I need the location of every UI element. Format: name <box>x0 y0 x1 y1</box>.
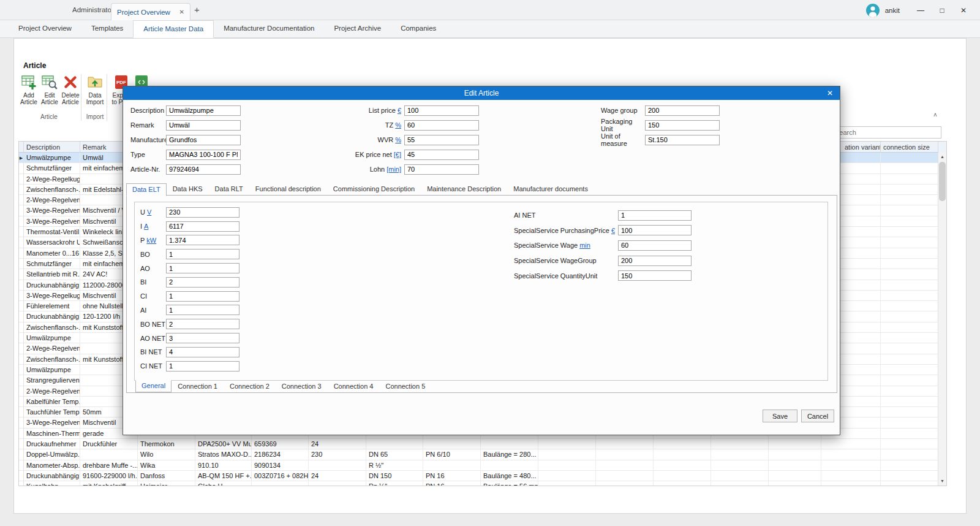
field-input[interactable] <box>618 270 692 281</box>
field-input[interactable] <box>618 256 692 266</box>
unit-link[interactable]: € <box>611 227 615 234</box>
field-input[interactable] <box>166 319 239 329</box>
cell-connection-size <box>881 417 938 428</box>
ribbon-tab[interactable]: Article Master Data <box>133 20 214 38</box>
connection-tab[interactable]: Connection 5 <box>379 381 431 392</box>
field-input[interactable] <box>645 105 720 116</box>
field-input[interactable] <box>166 291 239 302</box>
field-input[interactable] <box>166 263 239 273</box>
unit-link[interactable]: % <box>395 136 401 143</box>
cell-connection-size <box>881 248 938 259</box>
connection-tab[interactable]: General <box>135 380 172 392</box>
dialog-fields-right: Wage group Packaging Unit Unit of measur… <box>601 103 720 147</box>
dialog-tab[interactable]: Manufacturer documents <box>507 183 594 196</box>
delete-article-button[interactable]: DeleteArticle <box>60 74 81 112</box>
save-button[interactable]: Save <box>763 410 797 422</box>
field-input[interactable] <box>166 105 241 116</box>
header-connection-size[interactable]: connection size <box>881 142 938 153</box>
unit-link[interactable]: [min] <box>386 166 401 173</box>
data-import-button[interactable]: DataImport <box>83 74 107 112</box>
ribbon-tab[interactable]: Project Archive <box>324 20 391 37</box>
edit-article-button[interactable]: EditArticle <box>39 74 60 112</box>
field-input[interactable] <box>404 135 479 145</box>
field-input[interactable] <box>166 361 239 372</box>
dialog-tab[interactable]: Data RLT <box>209 183 249 196</box>
field-input[interactable] <box>166 235 239 245</box>
connection-tab[interactable]: Connection 1 <box>172 381 224 392</box>
dialog-tab[interactable]: Data HKS <box>167 183 209 196</box>
field-input[interactable] <box>166 150 241 160</box>
cell-connection-size <box>881 460 938 471</box>
unit-link[interactable]: € <box>398 107 401 114</box>
ribbon-tab[interactable]: Companies <box>391 20 446 37</box>
tab-close-icon[interactable]: ✕ <box>179 9 184 15</box>
vertical-scrollbar[interactable]: ▲ ▼ <box>938 153 946 486</box>
new-tab-button[interactable]: + <box>194 4 200 15</box>
field-input[interactable] <box>166 164 241 175</box>
table-row[interactable]: Kugelhahn mit Knebelgriff... Heimeier Gl… <box>19 481 938 486</box>
close-icon[interactable]: ✕ <box>956 6 971 15</box>
scroll-down-icon[interactable]: ▼ <box>938 477 946 486</box>
dialog-fields-middle: List price € TZ % WVR % <box>330 103 479 177</box>
table-row[interactable]: Doppel-Umwälzp... Wilo Stratos MAXO-D...… <box>19 449 938 460</box>
delete-article-icon <box>62 74 79 91</box>
connection-tab-strip: General Connection 1 Connection 2 Connec… <box>135 381 431 392</box>
field-input[interactable] <box>166 135 241 145</box>
scrollbar-thumb[interactable] <box>939 162 946 201</box>
form-row: Unit of measure <box>601 132 720 147</box>
field-input[interactable] <box>645 120 720 131</box>
unit-link[interactable]: V <box>147 208 151 216</box>
field-input[interactable] <box>166 277 239 288</box>
document-tab[interactable]: Project Overview ✕ <box>111 3 190 20</box>
table-row[interactable]: Manometer-Absp... drehbare Muffe -... Wi… <box>19 460 938 471</box>
field-input[interactable] <box>404 105 479 116</box>
maximize-icon[interactable]: □ <box>934 6 950 15</box>
search-input[interactable] <box>831 126 941 139</box>
ribbon-tab[interactable]: Manufacturer Documentation <box>214 20 324 37</box>
field-input[interactable] <box>404 164 479 175</box>
ribbon-tab[interactable]: Project Overview <box>9 20 81 37</box>
field-input[interactable] <box>166 249 239 259</box>
scroll-up-icon[interactable]: ▲ <box>938 153 946 161</box>
unit-link[interactable]: % <box>395 121 401 129</box>
add-article-button[interactable]: AddArticle <box>18 74 39 112</box>
table-row[interactable]: Druckaufnehmer Druckfühler Thermokon DPA… <box>19 439 938 449</box>
field-input[interactable] <box>166 305 239 315</box>
unit-link[interactable]: kW <box>146 237 156 244</box>
connection-tab[interactable]: Connection 2 <box>224 381 276 392</box>
dialog-titlebar[interactable]: Edit Article ✕ <box>123 86 840 100</box>
ribbon-collapse-button[interactable]: ˄ <box>929 112 941 121</box>
button-label: Delete <box>62 92 80 99</box>
field-input[interactable] <box>166 207 239 218</box>
field-label: BO NET <box>140 321 165 328</box>
dialog-tab[interactable]: Commissioning Description <box>327 183 421 196</box>
dialog-tab[interactable]: Functional description <box>249 183 327 196</box>
field-input[interactable] <box>166 221 239 232</box>
field-input[interactable] <box>618 225 692 235</box>
field-input[interactable] <box>166 347 239 357</box>
unit-link[interactable]: min <box>579 242 590 249</box>
field-input[interactable] <box>404 150 479 160</box>
field-input[interactable] <box>166 120 241 131</box>
field-input[interactable] <box>166 333 239 343</box>
cell-connection-size <box>881 195 938 205</box>
cancel-button[interactable]: Cancel <box>801 410 834 422</box>
user-avatar-icon[interactable] <box>866 4 880 17</box>
dialog-tab[interactable]: Maintenance Description <box>421 183 507 196</box>
field-label: Manufacturer <box>130 136 166 143</box>
header-description[interactable]: Description <box>24 142 80 153</box>
field-input[interactable] <box>618 210 692 221</box>
field-input[interactable] <box>645 135 720 145</box>
dialog-tab[interactable]: Data ELT <box>126 183 167 196</box>
connection-tab[interactable]: Connection 4 <box>328 381 380 392</box>
table-row[interactable]: Druckunabhängig... 91600-229000 l/h... D… <box>19 471 938 481</box>
connection-tab[interactable]: Connection 3 <box>276 381 328 392</box>
ribbon-tab[interactable]: Templates <box>81 20 133 37</box>
field-label: List price <box>369 107 396 114</box>
minimize-icon[interactable]: — <box>913 6 929 15</box>
field-input[interactable] <box>404 120 479 131</box>
unit-link[interactable]: [€] <box>394 151 401 158</box>
dialog-close-icon[interactable]: ✕ <box>827 86 833 100</box>
unit-link[interactable]: A <box>144 223 148 230</box>
field-input[interactable] <box>618 240 692 251</box>
